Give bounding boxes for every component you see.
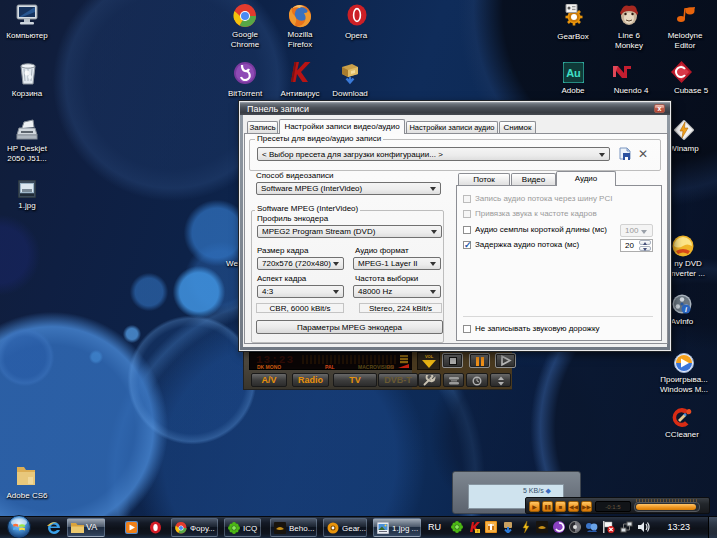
svg-text:!: ! [477, 529, 478, 534]
svg-text:Au: Au [566, 67, 581, 79]
